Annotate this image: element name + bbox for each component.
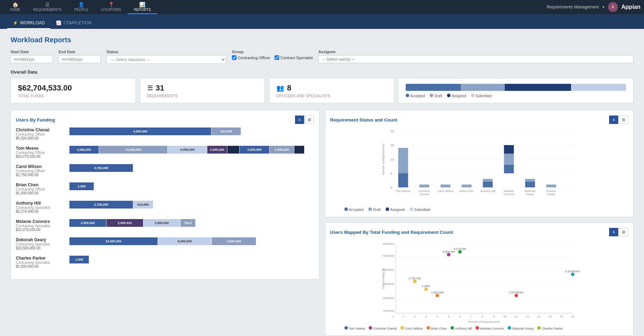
user-info-charles: Charles Parker Contracting Specialist $1…: [16, 256, 65, 268]
svg-text:8: 8: [482, 315, 483, 318]
total-funds-value: $62,704,533.00: [18, 83, 128, 93]
appian-logo: Appian: [621, 4, 640, 10]
assignee-input[interactable]: [318, 55, 633, 63]
svg-text:Number of Requirements: Number of Requirements: [381, 143, 385, 175]
svg-text:Geary: Geary: [526, 193, 534, 196]
scatter-legend-brian: Brian Chen: [427, 326, 447, 330]
right-col: Requirement Status and Count ≡ ⊞ 20 15 1…: [325, 110, 634, 336]
status-select[interactable]: — Select status(es) —: [106, 55, 226, 64]
svg-text:10: 10: [503, 315, 507, 318]
subnav-completion[interactable]: 📈 COMPLETION: [50, 18, 97, 29]
svg-rect-24: [504, 165, 514, 173]
app-label: Requirements Management: [547, 5, 599, 10]
svg-point-79: [514, 294, 518, 297]
user-funding-melanie: Melanie Connors Contracting Specialist $…: [16, 219, 314, 232]
scatter-table-view-btn[interactable]: ⊞: [619, 228, 628, 236]
svg-text:Deborah: Deborah: [525, 189, 535, 193]
svg-point-71: [424, 287, 428, 291]
subnav-workload[interactable]: ⚡ WORKLOAD: [7, 18, 50, 29]
svg-rect-14: [419, 185, 429, 187]
req-status-header: Requirement Status and Count ≡ ⊞: [330, 116, 628, 124]
user-info-brian: Brian Chen Contracting Officer $1,500,00…: [16, 182, 65, 195]
svg-text:1,500,000: 1,500,000: [431, 291, 443, 294]
nav-people[interactable]: 👤 PEOPLE: [68, 0, 95, 14]
filter-status: Status — Select status(es) —: [106, 50, 226, 64]
end-date-input[interactable]: [59, 55, 101, 63]
officers-label: OFFICERS AND SPECIALISTS: [276, 94, 387, 98]
req-status-svg: 20 15 10 5 0 Number of Requirements: [330, 127, 628, 205]
svg-point-81: [571, 273, 574, 276]
completion-icon: 📈: [56, 20, 61, 25]
scatter-legend-christine: Christine Chenal: [369, 326, 397, 330]
scatter-title: Users Mapped By Total Funding and Requir…: [330, 230, 453, 235]
nav-home-label: HOME: [10, 8, 20, 12]
req-bar-view-btn[interactable]: ≡: [609, 116, 618, 124]
legend-draft: Draft: [430, 94, 442, 98]
user-funding-carol: Carol Wilson Contracting Officer $2,750,…: [16, 164, 314, 177]
left-col: Users By Funding ≡ ⊞ Christine Chenal Co…: [11, 110, 319, 336]
funding-table-view-btn[interactable]: ⊞: [305, 116, 314, 124]
req-icon: ☰: [147, 84, 153, 92]
nav-locations[interactable]: 📍 LOCATIONS: [95, 0, 128, 14]
group-checkbox-cs[interactable]: Contract Specialist: [275, 55, 313, 60]
legend-card: Accepted Draft Assigned Submitted: [398, 78, 633, 103]
svg-text:14: 14: [548, 315, 552, 318]
svg-text:1: 1: [403, 315, 404, 318]
legend-submitted: Submitted: [471, 94, 491, 98]
svg-text:13: 13: [537, 315, 540, 318]
svg-rect-11: [398, 173, 408, 187]
svg-text:20: 20: [390, 130, 394, 133]
nav-requirements[interactable]: ☰ REQUIREMENTS: [27, 0, 68, 14]
top-nav: 🏠 HOME ☰ REQUIREMENTS 👤 PEOPLE 📍 LOCATIO…: [0, 0, 644, 14]
nav-home[interactable]: 🏠 HOME: [4, 0, 27, 14]
user-funding-tom: Tom Meese Contracting Officer $33,270,53…: [16, 146, 314, 158]
svg-point-73: [435, 294, 439, 297]
svg-rect-19: [461, 185, 471, 187]
sub-nav: ⚡ WORKLOAD 📈 COMPLETION: [0, 14, 644, 29]
assignee-label: Assignee: [318, 50, 633, 54]
svg-text:5: 5: [390, 172, 392, 175]
status-label: Status: [106, 50, 226, 54]
scatter-legend: Tom Meese Christine Chenal Carol Wilson …: [330, 325, 628, 330]
funding-bar-view-btn[interactable]: ≡: [295, 116, 304, 124]
legend-bar-draft: [461, 84, 505, 91]
main-content: Workload Reports Start Date End Date Sta…: [0, 29, 644, 336]
group-cs-checkbox[interactable]: [275, 55, 279, 60]
svg-text:2,750,000: 2,750,000: [408, 277, 421, 280]
svg-text:Connors: Connors: [503, 193, 514, 196]
svg-text:3: 3: [425, 315, 427, 318]
svg-rect-25: [504, 154, 514, 165]
svg-text:3.32705307: 3.32705307: [565, 270, 580, 273]
scatter-svg: 6000000 5000000 4000000 3000000 2000000 …: [330, 240, 628, 324]
start-date-input[interactable]: [11, 55, 53, 63]
svg-text:Carol Wilson: Carol Wilson: [437, 189, 453, 193]
group-checkbox-co[interactable]: Contracting Officer: [232, 55, 270, 60]
svg-text:12: 12: [526, 315, 529, 318]
group-co-label: Contracting Officer: [238, 56, 270, 60]
svg-text:5000000: 5000000: [383, 254, 394, 257]
nav-locations-label: LOCATIONS: [101, 8, 121, 12]
svg-rect-22: [483, 179, 492, 182]
requirements-icon: ☰: [45, 2, 50, 7]
svg-text:2: 2: [414, 315, 416, 318]
scatter-legend-deborah: Deborah Geary: [508, 326, 534, 330]
req-label: REQUIREMENTS: [147, 94, 258, 98]
svg-rect-17: [440, 185, 450, 187]
svg-text:15: 15: [560, 315, 563, 318]
scatter-chart-view-btn[interactable]: ≡: [609, 228, 618, 236]
group-co-checkbox[interactable]: [232, 55, 237, 60]
scatter-view-buttons: ≡ ⊞: [609, 228, 628, 236]
bar-brian: 1,500: [69, 182, 314, 190]
legend-assigned-dot: Assigned: [386, 207, 405, 212]
svg-text:2000000: 2000000: [383, 297, 394, 300]
nav-reports[interactable]: 📊 REPORTS: [128, 0, 157, 14]
users-funding-header: Users By Funding ≡ ⊞: [16, 116, 314, 124]
bar-carol: 2,750,000: [69, 164, 314, 172]
user-info-carol: Carol Wilson Contracting Officer $2,750,…: [16, 164, 65, 177]
scatter-legend-carol: Carol Wilson: [400, 326, 423, 330]
legend-bar: [406, 84, 626, 91]
svg-text:6: 6: [459, 315, 461, 318]
req-table-view-btn[interactable]: ⊞: [619, 116, 628, 124]
user-funding-charles: Charles Parker Contracting Specialist $1…: [16, 256, 314, 268]
svg-text:15: 15: [390, 144, 394, 147]
